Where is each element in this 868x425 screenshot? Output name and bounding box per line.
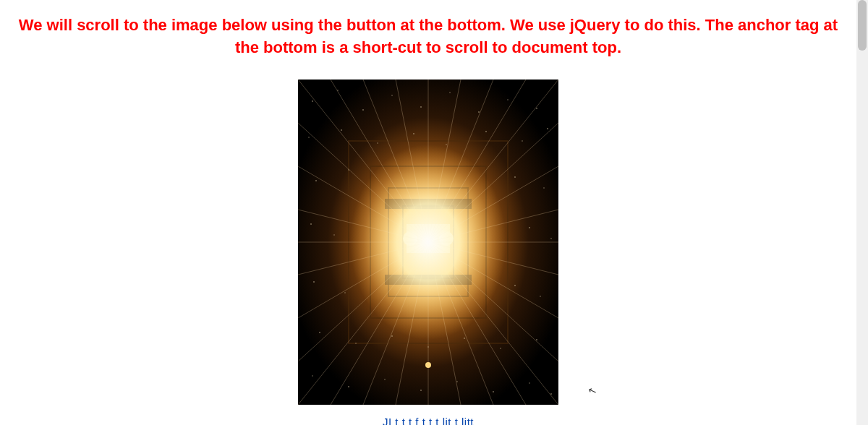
- partial-link-text[interactable]: JI t t t f t t t lit t litt: [0, 416, 856, 425]
- svg-rect-87: [298, 80, 558, 405]
- hero-image: [298, 80, 558, 405]
- scrollbar-thumb[interactable]: [858, 0, 867, 51]
- svg-point-88: [425, 362, 431, 368]
- image-container: [7, 80, 849, 408]
- intro-heading: We will scroll to the image below using …: [7, 14, 849, 59]
- page-content: We will scroll to the image below using …: [0, 0, 856, 408]
- vertical-scrollbar[interactable]: [856, 0, 868, 425]
